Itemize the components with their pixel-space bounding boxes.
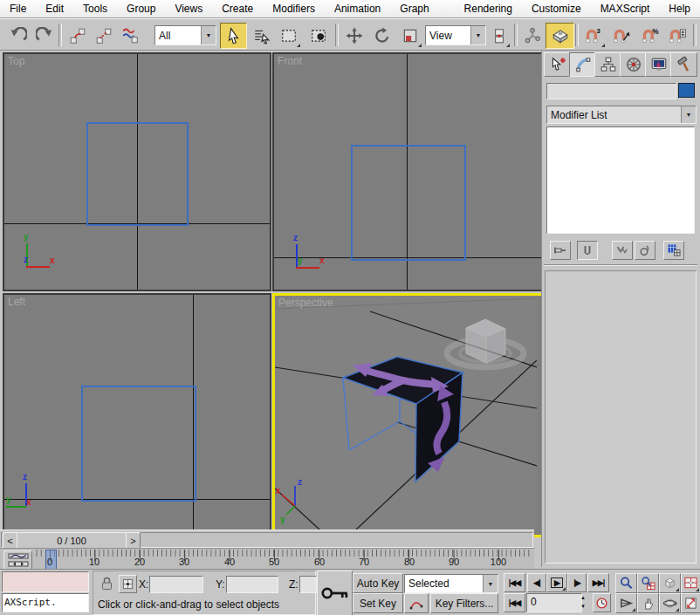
- viewport-perspective[interactable]: z x y Perspective: [272, 293, 545, 537]
- viewport-top-label[interactable]: Top: [8, 55, 24, 67]
- tab-hierarchy[interactable]: [594, 52, 621, 77]
- remove-modifier-button[interactable]: [635, 241, 655, 260]
- use-pivot-point-center-button[interactable]: [487, 23, 511, 49]
- tab-display[interactable]: [645, 52, 672, 77]
- spinner-down-icon[interactable]: ▼: [578, 602, 588, 611]
- set-key-button[interactable]: Set Key: [353, 593, 403, 613]
- go-to-start-button[interactable]: |◀◀: [504, 573, 525, 592]
- bind-to-space-warp-button[interactable]: [117, 23, 143, 49]
- object-name-field[interactable]: [546, 83, 676, 99]
- menu-help[interactable]: Help: [659, 0, 700, 18]
- macro-recorder-field[interactable]: [2, 571, 89, 592]
- auto-key-button[interactable]: Auto Key: [353, 573, 403, 593]
- box-object-top-view[interactable]: [86, 122, 189, 226]
- dropdown-arrow-icon[interactable]: ▼: [201, 26, 216, 44]
- pan-view-button[interactable]: [637, 593, 659, 613]
- menu-animation[interactable]: Animation: [325, 0, 390, 18]
- percent-snap-toggle-button[interactable]: %: [636, 23, 664, 49]
- field-of-view-button[interactable]: [615, 593, 637, 613]
- keyboard-shortcut-override-toggle[interactable]: [546, 23, 574, 49]
- set-keys-button[interactable]: [317, 571, 353, 615]
- dropdown-arrow-icon[interactable]: ▼: [681, 106, 696, 123]
- configure-modifier-sets-button[interactable]: [663, 241, 684, 260]
- select-and-rotate-button[interactable]: [368, 23, 396, 49]
- open-mini-curve-editor-button[interactable]: [3, 550, 32, 570]
- undo-button[interactable]: [5, 23, 31, 49]
- x-coordinate-field[interactable]: [149, 576, 203, 593]
- maximize-viewport-toggle-button[interactable]: [681, 593, 700, 613]
- key-mode-toggle-button[interactable]: |◀◀: [504, 593, 525, 612]
- viewport-front[interactable]: z y x Front: [272, 52, 543, 291]
- current-frame-field[interactable]: 0: [526, 593, 582, 612]
- menu-graph-editors[interactable]: Graph Editors: [390, 0, 454, 18]
- select-and-manipulate-button[interactable]: [519, 23, 545, 49]
- zoom-all-button[interactable]: [637, 573, 659, 593]
- go-to-end-button[interactable]: ▶▶|: [587, 573, 609, 592]
- spinner-snap-toggle-button[interactable]: [663, 23, 691, 49]
- tab-create[interactable]: [544, 52, 571, 77]
- zoom-extents-button[interactable]: [659, 573, 681, 593]
- time-configuration-button[interactable]: [593, 593, 611, 612]
- key-filter-selection-dropdown[interactable]: Selected ▼: [404, 574, 498, 593]
- redo-button[interactable]: [31, 23, 57, 49]
- absolute-offset-mode-toggle[interactable]: [119, 575, 137, 593]
- frame-spinner[interactable]: ▲ ▼: [578, 593, 588, 611]
- zoom-extents-all-button[interactable]: [681, 573, 700, 593]
- key-filters-button[interactable]: Key Filters...: [430, 593, 498, 613]
- dropdown-arrow-icon[interactable]: ▼: [483, 575, 498, 592]
- time-slider-handle[interactable]: 0 / 100: [17, 532, 127, 550]
- selection-lock-toggle[interactable]: [100, 576, 113, 591]
- modifier-stack-list[interactable]: [546, 126, 695, 234]
- snaps-toggle-button[interactable]: 3: [579, 23, 607, 49]
- unlink-selection-button[interactable]: [91, 23, 117, 49]
- box-object-front-view[interactable]: [351, 145, 466, 261]
- viewport-top[interactable]: y z x Top: [3, 52, 271, 291]
- dropdown-arrow-icon[interactable]: ▼: [470, 26, 485, 44]
- maxscript-mini-listener[interactable]: AXScript.: [2, 593, 89, 612]
- spinner-up-icon[interactable]: ▲: [578, 593, 588, 602]
- next-frame-arrow-button[interactable]: >: [126, 532, 141, 550]
- pin-stack-button[interactable]: [550, 241, 571, 260]
- next-frame-button[interactable]: |▶: [567, 573, 587, 592]
- arc-rotate-button[interactable]: [659, 593, 681, 613]
- menu-modifiers[interactable]: Modifiers: [263, 0, 325, 18]
- menu-customize[interactable]: Customize: [522, 0, 591, 18]
- rollout-empty-area[interactable]: [545, 270, 697, 564]
- menu-tools[interactable]: Tools: [73, 0, 117, 18]
- z-coordinate-field[interactable]: [299, 576, 317, 593]
- box-object-left-view[interactable]: [81, 386, 196, 502]
- menu-rendering[interactable]: Rendering: [455, 0, 522, 18]
- object-color-swatch[interactable]: [678, 83, 695, 98]
- reference-coordinate-system-dropdown[interactable]: View ▼: [425, 25, 486, 45]
- viewport-left-label[interactable]: Left: [8, 296, 25, 308]
- y-coordinate-field[interactable]: [226, 576, 278, 593]
- select-by-name-button[interactable]: [249, 23, 275, 49]
- menu-create[interactable]: Create: [212, 0, 263, 18]
- menu-edit[interactable]: Edit: [36, 0, 73, 18]
- viewport-front-label[interactable]: Front: [278, 55, 302, 67]
- show-end-result-button[interactable]: [577, 241, 598, 260]
- tab-utilities[interactable]: [670, 52, 697, 77]
- viewport-left[interactable]: z y x Left: [3, 293, 271, 533]
- selection-filter-dropdown[interactable]: All ▼: [154, 25, 216, 45]
- select-and-move-button[interactable]: [340, 23, 368, 49]
- menu-group[interactable]: Group: [117, 0, 165, 18]
- menu-views[interactable]: Views: [165, 0, 212, 18]
- menu-maxscript[interactable]: MAXScript: [591, 0, 660, 18]
- angle-snap-toggle-button[interactable]: [607, 23, 635, 49]
- tab-motion[interactable]: [620, 52, 647, 77]
- modifier-list-dropdown[interactable]: Modifier List ▼: [546, 106, 697, 124]
- rectangular-selection-region-button[interactable]: [275, 23, 302, 49]
- previous-frame-button[interactable]: ◀|: [527, 573, 546, 592]
- play-animation-button[interactable]: ▶: [546, 573, 567, 592]
- window-crossing-toggle-button[interactable]: [304, 23, 333, 49]
- make-unique-button[interactable]: [612, 241, 633, 260]
- menu-file[interactable]: File: [0, 0, 36, 18]
- select-and-scale-button[interactable]: [396, 23, 423, 49]
- viewport-perspective-label[interactable]: Perspective: [278, 297, 333, 309]
- zoom-button[interactable]: [615, 573, 637, 593]
- default-key-tangent-button[interactable]: [404, 593, 429, 613]
- previous-frame-arrow-button[interactable]: <: [3, 532, 17, 550]
- tab-modify[interactable]: [569, 52, 596, 77]
- select-object-button[interactable]: [220, 23, 247, 49]
